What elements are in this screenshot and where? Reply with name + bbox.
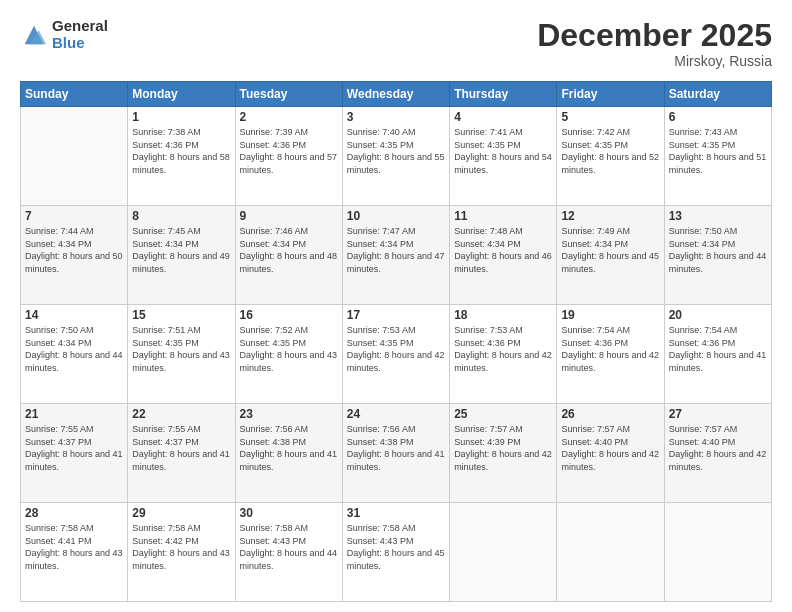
col-saturday: Saturday: [664, 82, 771, 107]
day-info: Sunrise: 7:53 AMSunset: 4:36 PMDaylight:…: [454, 324, 552, 374]
day-number: 26: [561, 407, 659, 421]
day-info: Sunrise: 7:53 AMSunset: 4:35 PMDaylight:…: [347, 324, 445, 374]
logo-blue-text: Blue: [52, 35, 108, 52]
day-number: 30: [240, 506, 338, 520]
day-info: Sunrise: 7:54 AMSunset: 4:36 PMDaylight:…: [669, 324, 767, 374]
day-number: 14: [25, 308, 123, 322]
day-info: Sunrise: 7:56 AMSunset: 4:38 PMDaylight:…: [240, 423, 338, 473]
calendar-cell: 27 Sunrise: 7:57 AMSunset: 4:40 PMDaylig…: [664, 404, 771, 503]
day-info: Sunrise: 7:50 AMSunset: 4:34 PMDaylight:…: [669, 225, 767, 275]
day-number: 5: [561, 110, 659, 124]
day-info: Sunrise: 7:43 AMSunset: 4:35 PMDaylight:…: [669, 126, 767, 176]
day-info: Sunrise: 7:40 AMSunset: 4:35 PMDaylight:…: [347, 126, 445, 176]
day-number: 27: [669, 407, 767, 421]
calendar-cell: [664, 503, 771, 602]
day-info: Sunrise: 7:48 AMSunset: 4:34 PMDaylight:…: [454, 225, 552, 275]
calendar-cell: 14 Sunrise: 7:50 AMSunset: 4:34 PMDaylig…: [21, 305, 128, 404]
calendar-cell: 2 Sunrise: 7:39 AMSunset: 4:36 PMDayligh…: [235, 107, 342, 206]
day-info: Sunrise: 7:41 AMSunset: 4:35 PMDaylight:…: [454, 126, 552, 176]
calendar-cell: 4 Sunrise: 7:41 AMSunset: 4:35 PMDayligh…: [450, 107, 557, 206]
day-info: Sunrise: 7:50 AMSunset: 4:34 PMDaylight:…: [25, 324, 123, 374]
calendar-cell: 31 Sunrise: 7:58 AMSunset: 4:43 PMDaylig…: [342, 503, 449, 602]
calendar-cell: 6 Sunrise: 7:43 AMSunset: 4:35 PMDayligh…: [664, 107, 771, 206]
day-info: Sunrise: 7:55 AMSunset: 4:37 PMDaylight:…: [132, 423, 230, 473]
day-info: Sunrise: 7:44 AMSunset: 4:34 PMDaylight:…: [25, 225, 123, 275]
day-info: Sunrise: 7:55 AMSunset: 4:37 PMDaylight:…: [25, 423, 123, 473]
logo: General Blue: [20, 18, 108, 51]
day-number: 17: [347, 308, 445, 322]
day-number: 12: [561, 209, 659, 223]
calendar-header-row: Sunday Monday Tuesday Wednesday Thursday…: [21, 82, 772, 107]
day-number: 19: [561, 308, 659, 322]
calendar-cell: 22 Sunrise: 7:55 AMSunset: 4:37 PMDaylig…: [128, 404, 235, 503]
calendar-cell: 29 Sunrise: 7:58 AMSunset: 4:42 PMDaylig…: [128, 503, 235, 602]
col-thursday: Thursday: [450, 82, 557, 107]
day-info: Sunrise: 7:54 AMSunset: 4:36 PMDaylight:…: [561, 324, 659, 374]
day-number: 15: [132, 308, 230, 322]
day-number: 29: [132, 506, 230, 520]
calendar-cell: 13 Sunrise: 7:50 AMSunset: 4:34 PMDaylig…: [664, 206, 771, 305]
calendar-cell: 30 Sunrise: 7:58 AMSunset: 4:43 PMDaylig…: [235, 503, 342, 602]
calendar-cell: [450, 503, 557, 602]
calendar-cell: 8 Sunrise: 7:45 AMSunset: 4:34 PMDayligh…: [128, 206, 235, 305]
calendar-cell: 23 Sunrise: 7:56 AMSunset: 4:38 PMDaylig…: [235, 404, 342, 503]
day-info: Sunrise: 7:58 AMSunset: 4:42 PMDaylight:…: [132, 522, 230, 572]
calendar-cell: 26 Sunrise: 7:57 AMSunset: 4:40 PMDaylig…: [557, 404, 664, 503]
title-area: December 2025 Mirskoy, Russia: [537, 18, 772, 69]
calendar-cell: 20 Sunrise: 7:54 AMSunset: 4:36 PMDaylig…: [664, 305, 771, 404]
day-info: Sunrise: 7:52 AMSunset: 4:35 PMDaylight:…: [240, 324, 338, 374]
day-number: 31: [347, 506, 445, 520]
day-number: 11: [454, 209, 552, 223]
month-title: December 2025: [537, 18, 772, 53]
day-info: Sunrise: 7:51 AMSunset: 4:35 PMDaylight:…: [132, 324, 230, 374]
calendar-table: Sunday Monday Tuesday Wednesday Thursday…: [20, 81, 772, 602]
day-info: Sunrise: 7:56 AMSunset: 4:38 PMDaylight:…: [347, 423, 445, 473]
page: General Blue December 2025 Mirskoy, Russ…: [0, 0, 792, 612]
day-number: 16: [240, 308, 338, 322]
calendar-week-row-1: 7 Sunrise: 7:44 AMSunset: 4:34 PMDayligh…: [21, 206, 772, 305]
day-number: 2: [240, 110, 338, 124]
header: General Blue December 2025 Mirskoy, Russ…: [20, 18, 772, 69]
day-number: 13: [669, 209, 767, 223]
day-number: 7: [25, 209, 123, 223]
day-info: Sunrise: 7:45 AMSunset: 4:34 PMDaylight:…: [132, 225, 230, 275]
day-number: 10: [347, 209, 445, 223]
day-number: 20: [669, 308, 767, 322]
calendar-cell: 10 Sunrise: 7:47 AMSunset: 4:34 PMDaylig…: [342, 206, 449, 305]
calendar-cell: 5 Sunrise: 7:42 AMSunset: 4:35 PMDayligh…: [557, 107, 664, 206]
col-tuesday: Tuesday: [235, 82, 342, 107]
calendar-cell: 16 Sunrise: 7:52 AMSunset: 4:35 PMDaylig…: [235, 305, 342, 404]
col-sunday: Sunday: [21, 82, 128, 107]
day-number: 8: [132, 209, 230, 223]
calendar-week-row-4: 28 Sunrise: 7:58 AMSunset: 4:41 PMDaylig…: [21, 503, 772, 602]
col-monday: Monday: [128, 82, 235, 107]
day-info: Sunrise: 7:39 AMSunset: 4:36 PMDaylight:…: [240, 126, 338, 176]
calendar-cell: 7 Sunrise: 7:44 AMSunset: 4:34 PMDayligh…: [21, 206, 128, 305]
calendar-cell: 3 Sunrise: 7:40 AMSunset: 4:35 PMDayligh…: [342, 107, 449, 206]
day-info: Sunrise: 7:38 AMSunset: 4:36 PMDaylight:…: [132, 126, 230, 176]
day-info: Sunrise: 7:49 AMSunset: 4:34 PMDaylight:…: [561, 225, 659, 275]
day-number: 9: [240, 209, 338, 223]
calendar-cell: 25 Sunrise: 7:57 AMSunset: 4:39 PMDaylig…: [450, 404, 557, 503]
day-info: Sunrise: 7:46 AMSunset: 4:34 PMDaylight:…: [240, 225, 338, 275]
calendar-cell: 15 Sunrise: 7:51 AMSunset: 4:35 PMDaylig…: [128, 305, 235, 404]
day-number: 6: [669, 110, 767, 124]
logo-icon: [20, 21, 48, 49]
calendar-cell: 12 Sunrise: 7:49 AMSunset: 4:34 PMDaylig…: [557, 206, 664, 305]
calendar-cell: 21 Sunrise: 7:55 AMSunset: 4:37 PMDaylig…: [21, 404, 128, 503]
calendar-cell: 1 Sunrise: 7:38 AMSunset: 4:36 PMDayligh…: [128, 107, 235, 206]
calendar-week-row-2: 14 Sunrise: 7:50 AMSunset: 4:34 PMDaylig…: [21, 305, 772, 404]
calendar-cell: 9 Sunrise: 7:46 AMSunset: 4:34 PMDayligh…: [235, 206, 342, 305]
day-info: Sunrise: 7:47 AMSunset: 4:34 PMDaylight:…: [347, 225, 445, 275]
col-friday: Friday: [557, 82, 664, 107]
day-number: 21: [25, 407, 123, 421]
calendar-cell: 18 Sunrise: 7:53 AMSunset: 4:36 PMDaylig…: [450, 305, 557, 404]
day-number: 23: [240, 407, 338, 421]
day-number: 4: [454, 110, 552, 124]
calendar-cell: [557, 503, 664, 602]
day-info: Sunrise: 7:42 AMSunset: 4:35 PMDaylight:…: [561, 126, 659, 176]
calendar-cell: 19 Sunrise: 7:54 AMSunset: 4:36 PMDaylig…: [557, 305, 664, 404]
day-info: Sunrise: 7:58 AMSunset: 4:43 PMDaylight:…: [240, 522, 338, 572]
calendar-cell: 24 Sunrise: 7:56 AMSunset: 4:38 PMDaylig…: [342, 404, 449, 503]
calendar-cell: 28 Sunrise: 7:58 AMSunset: 4:41 PMDaylig…: [21, 503, 128, 602]
